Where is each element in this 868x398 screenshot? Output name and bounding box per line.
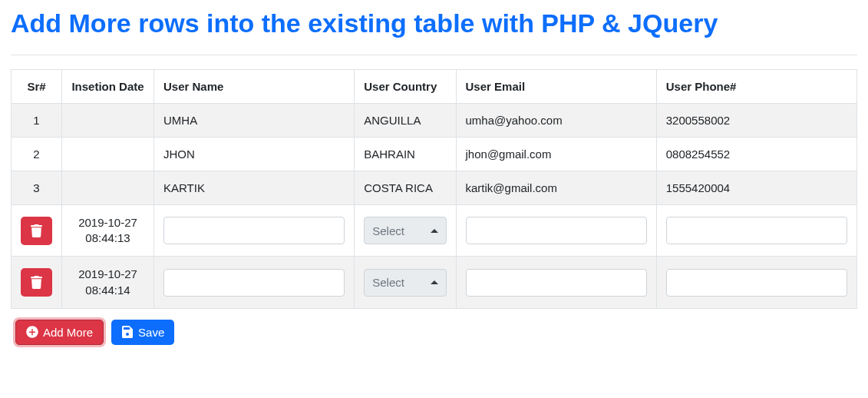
cell-email (456, 204, 656, 257)
cell-phone: 0808254552 (656, 137, 856, 171)
col-sr: Sr# (12, 69, 62, 103)
cell-date (62, 171, 154, 204)
cell-name (154, 257, 355, 309)
cell-delete (12, 257, 62, 309)
date-value-line1: 2019-10-27 (78, 216, 137, 229)
cell-phone (656, 257, 856, 309)
email-input[interactable] (466, 217, 647, 244)
cell-sr: 3 (12, 171, 62, 204)
email-input[interactable] (466, 269, 647, 297)
table-header-row: Sr# Insetion Date User Name User Country… (12, 69, 857, 103)
cell-country: BAHRAIN (355, 137, 456, 171)
country-select[interactable]: Select (364, 217, 446, 244)
cell-email: kartik@gmail.com (456, 171, 656, 204)
date-value-line2: 08:44:13 (85, 231, 130, 244)
cell-sr: 2 (12, 137, 62, 171)
cell-email (456, 257, 656, 309)
table-row: 1 UMHA ANGUILLA umha@yahoo.com 320055800… (12, 103, 857, 137)
col-email: User Email (456, 69, 656, 103)
save-icon (121, 326, 134, 338)
table-row-editable: 2019-10-27 08:44:13 Select (12, 204, 857, 257)
cell-date: 2019-10-27 08:44:14 (62, 257, 154, 309)
phone-input[interactable] (666, 217, 847, 244)
country-select[interactable]: Select (364, 269, 446, 297)
save-button[interactable]: Save (111, 320, 174, 345)
cell-phone: 3200558002 (656, 103, 856, 137)
date-value-line1: 2019-10-27 (78, 267, 137, 280)
date-value-line2: 08:44:14 (85, 284, 130, 297)
cell-sr: 1 (12, 103, 62, 137)
cell-name: JHON (154, 137, 355, 171)
cell-country: COSTA RICA (355, 171, 456, 204)
table-row-editable: 2019-10-27 08:44:14 Select (12, 257, 857, 309)
name-input[interactable] (163, 217, 345, 244)
trash-icon (31, 276, 42, 289)
trash-icon (31, 224, 42, 237)
caret-up-icon (431, 229, 438, 233)
cell-name: KARTIK (154, 171, 355, 204)
footer-actions: Add More Save (11, 309, 857, 348)
cell-name: UMHA (154, 103, 355, 137)
cell-email: jhon@gmail.com (456, 137, 656, 171)
plus-circle-icon (26, 326, 38, 338)
country-select-placeholder: Select (372, 224, 404, 237)
cell-date (62, 103, 154, 137)
cell-country: Select (355, 204, 456, 257)
add-more-button[interactable]: Add More (15, 320, 104, 345)
cell-name (154, 204, 355, 257)
name-input[interactable] (163, 269, 345, 297)
page-title: Add More rows into the existing table wi… (11, 8, 857, 55)
add-more-label: Add More (43, 326, 93, 339)
col-name: User Name (154, 69, 355, 103)
col-date: Insetion Date (62, 69, 154, 103)
save-label: Save (138, 326, 164, 339)
table-row: 2 JHON BAHRAIN jhon@gmail.com 0808254552 (12, 137, 857, 171)
cell-email: umha@yahoo.com (456, 103, 656, 137)
cell-phone: 1555420004 (656, 171, 856, 204)
col-country: User Country (355, 69, 456, 103)
cell-country: ANGUILLA (355, 103, 456, 137)
cell-phone (656, 204, 856, 257)
delete-row-button[interactable] (21, 217, 52, 245)
cell-delete (12, 204, 62, 257)
caret-up-icon (431, 280, 438, 284)
delete-row-button[interactable] (21, 268, 52, 297)
col-phone: User Phone# (656, 69, 856, 103)
table-row: 3 KARTIK COSTA RICA kartik@gmail.com 155… (12, 171, 857, 204)
country-select-placeholder: Select (372, 276, 404, 289)
cell-date (62, 137, 154, 171)
users-table: Sr# Insetion Date User Name User Country… (11, 69, 857, 309)
cell-date: 2019-10-27 08:44:13 (62, 204, 154, 257)
phone-input[interactable] (666, 269, 847, 297)
cell-country: Select (355, 257, 456, 309)
